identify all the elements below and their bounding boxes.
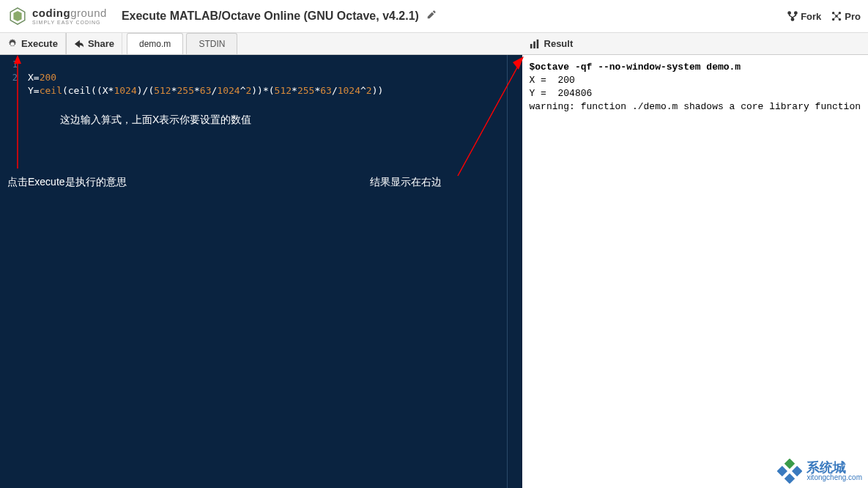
fork-icon xyxy=(787,11,798,21)
watermark-url: xitongcheng.com xyxy=(806,474,862,481)
edit-title-icon[interactable] xyxy=(426,10,437,22)
pro-icon xyxy=(831,11,842,21)
watermark-title: 系统城 xyxy=(806,461,862,474)
svg-rect-11 xyxy=(530,44,532,48)
editor-tabs: demo.m STDIN xyxy=(127,33,240,54)
fork-label: Fork xyxy=(801,11,821,22)
annotation-execute-hint: 点击Execute是执行的意思 xyxy=(7,176,127,189)
code-editor[interactable]: 1 2 X=200 Y=ceil(ceil((X*1024)/(512*255*… xyxy=(0,55,522,488)
result-line: Y = 204806 xyxy=(530,88,593,99)
annotation-result-hint: 结果显示在右边 xyxy=(370,176,442,189)
tab-demo[interactable]: demo.m xyxy=(127,33,183,54)
execute-label: Execute xyxy=(21,38,58,49)
header: codingground SIMPLY EASY CODING Execute … xyxy=(0,0,868,33)
result-warning: warning: function ./demo.m shadows a cor… xyxy=(530,101,861,112)
result-output: $octave -qf --no-window-system demo.m X … xyxy=(522,55,868,119)
page-title-text: Execute MATLAB/Octave Online (GNU Octave… xyxy=(122,10,419,22)
result-icon xyxy=(530,39,540,49)
gear-icon xyxy=(7,39,18,49)
share-label: Share xyxy=(88,38,114,49)
fork-button[interactable]: Fork xyxy=(787,11,821,22)
result-header: Result xyxy=(522,33,868,55)
annotation-input-hint: 这边输入算式，上面X表示你要设置的数值 xyxy=(60,114,251,127)
svg-rect-16 xyxy=(792,466,802,476)
tab-stdin[interactable]: STDIN xyxy=(186,33,237,54)
result-pane: Result $octave -qf --no-window-system de… xyxy=(522,55,868,488)
svg-marker-1 xyxy=(13,11,21,21)
logo-text-a: coding xyxy=(32,7,70,19)
svg-rect-17 xyxy=(784,473,795,484)
pro-button[interactable]: Pro xyxy=(831,11,861,22)
main: 1 2 X=200 Y=ceil(ceil((X*1024)/(512*255*… xyxy=(0,55,868,488)
arrow-to-result-icon xyxy=(454,55,527,180)
watermark-icon xyxy=(777,459,802,484)
logo[interactable]: codingground SIMPLY EASY CODING xyxy=(7,6,107,26)
share-button[interactable]: Share xyxy=(66,33,122,54)
result-command: $octave -qf --no-window-system demo.m xyxy=(530,62,741,73)
logo-tagline: SIMPLY EASY CODING xyxy=(32,20,107,25)
logo-text-b: ground xyxy=(70,7,107,19)
svg-rect-12 xyxy=(533,41,535,48)
line-number: 2 xyxy=(0,71,18,84)
result-title: Result xyxy=(544,38,574,49)
watermark: 系统城 xitongcheng.com xyxy=(777,459,862,484)
line-gutter: 1 2 xyxy=(0,55,22,84)
share-icon xyxy=(74,39,84,49)
page-title: Execute MATLAB/Octave Online (GNU Octave… xyxy=(122,10,787,23)
result-line: X = 200 xyxy=(530,75,575,86)
svg-rect-14 xyxy=(784,459,795,469)
code-content: X=200 Y=ceil(ceil((X*1024)/(512*255*63/1… xyxy=(28,58,383,97)
execute-button[interactable]: Execute xyxy=(0,33,66,54)
svg-rect-13 xyxy=(536,39,538,48)
svg-rect-15 xyxy=(777,466,787,476)
line-number: 1 xyxy=(0,58,18,71)
svg-line-9 xyxy=(458,62,520,176)
pro-label: Pro xyxy=(845,11,861,22)
logo-icon xyxy=(7,6,28,26)
editor-margin-line xyxy=(507,55,508,488)
